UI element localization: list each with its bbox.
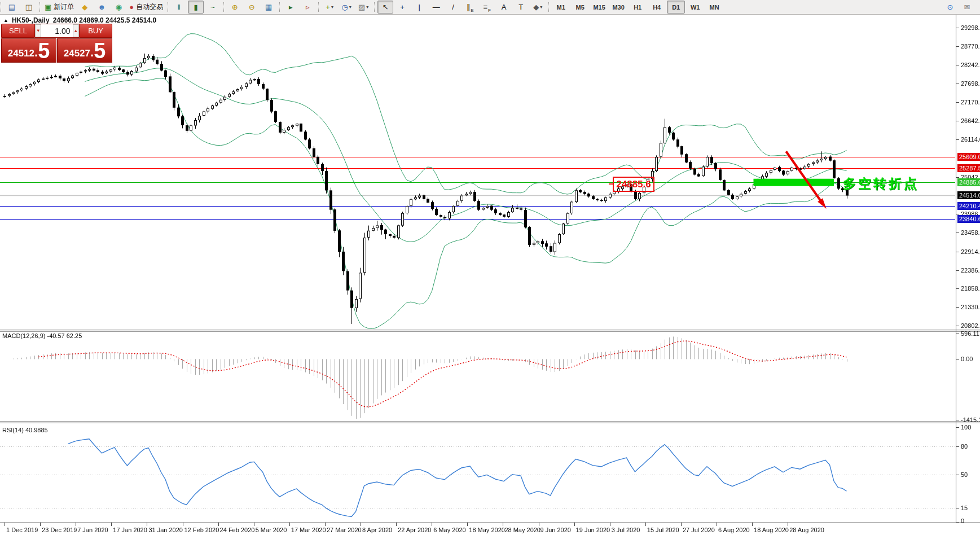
price-tick-label: 22914.0	[961, 248, 980, 255]
text-label-button[interactable]: T	[513, 1, 529, 14]
indicators-button[interactable]: +▾	[322, 1, 337, 14]
search-button[interactable]: ⊙	[942, 1, 958, 14]
rsi-tick-label: 100	[961, 424, 971, 431]
periods-button[interactable]: ◷▾	[339, 1, 354, 14]
cursor-icon: ↖	[383, 3, 389, 11]
search-icon: ⊙	[947, 3, 953, 11]
macd-tick-label: 0.00	[961, 356, 973, 362]
volume-down-button[interactable]: ▼	[35, 24, 41, 37]
timeframe-m1-button[interactable]: M1	[552, 1, 570, 14]
channel-button[interactable]: ∥E	[462, 1, 478, 14]
macd-tick-label: 596.11	[961, 330, 979, 337]
date-tick-label: 28 Aug 2020	[789, 527, 824, 533]
buy-price-display[interactable]: 24527.5	[57, 38, 112, 63]
timeframe-m15-button[interactable]: M15	[590, 1, 608, 14]
horizontal-line-button[interactable]: —	[428, 1, 444, 14]
sell-price-main: 24512	[8, 46, 34, 61]
templates-button[interactable]: ▨▾	[355, 1, 371, 14]
new-order-button[interactable]: ▣新订单	[43, 1, 76, 14]
bar-chart-icon: ‖	[177, 3, 180, 11]
profiles-button[interactable]: ◫	[21, 1, 37, 14]
text-label-icon: T	[518, 3, 523, 11]
timeframe-mn-button[interactable]: MN	[705, 1, 723, 14]
bar-chart-button[interactable]: ‖	[171, 1, 187, 14]
zoom-out-button[interactable]: ⊖	[244, 1, 260, 14]
date-tick-label: 22 Apr 2020	[398, 527, 431, 533]
new-order-button-label: 新订单	[54, 2, 74, 12]
auto-scroll-button[interactable]: ▸	[283, 1, 298, 14]
buy-button[interactable]: BUY	[79, 24, 112, 38]
timeframe-h1-button[interactable]: H1	[629, 1, 647, 14]
turning-point-annotation[interactable]: 多空转折点	[843, 175, 919, 192]
macd-tick-label: -1415.19	[961, 416, 980, 423]
sell-button[interactable]: SELL	[1, 24, 35, 38]
timeframe-d1-button[interactable]: D1	[667, 1, 685, 14]
date-tick-label: 17 Jan 2020	[113, 527, 147, 533]
signals-button[interactable]: ◉	[111, 1, 126, 14]
date-tick-label: 3 Jul 2020	[612, 527, 640, 533]
price-tick-label: 20802.0	[961, 322, 980, 329]
chart-canvas[interactable]	[0, 0, 980, 535]
chevron-down-icon: ▾	[366, 5, 368, 10]
crosshair-icon: +	[400, 3, 405, 11]
toolbar-right: ⊙✉	[942, 1, 980, 14]
fibonacci-button[interactable]: ≡F	[479, 1, 495, 14]
chevron-down-icon: ▾	[540, 5, 542, 10]
tile-windows-button[interactable]: ▦	[261, 1, 276, 14]
price-tick-label: 21858.0	[961, 285, 980, 292]
template-icon: ▨	[358, 3, 365, 11]
sell-price-display[interactable]: 24512.5	[1, 38, 56, 63]
zoom-out-icon: ⊖	[249, 3, 255, 11]
price-tick-label: 29298.0	[961, 24, 980, 31]
line-chart-button[interactable]: ~	[205, 1, 221, 14]
collapse-panel-icon[interactable]: ▲	[3, 17, 8, 23]
cursor-button[interactable]: ↖	[377, 1, 393, 14]
date-tick-label: 24 Feb 2020	[220, 527, 255, 533]
market-watch-button[interactable]: ◆	[77, 1, 93, 14]
signal-icon: ◉	[116, 3, 122, 11]
date-tick-label: 15 Jul 2020	[647, 527, 679, 533]
crosshair-button[interactable]: +	[394, 1, 410, 14]
trendline-button[interactable]: /	[445, 1, 461, 14]
rsi-tick-label: 80	[961, 443, 968, 450]
candlestick-button[interactable]: ▮	[188, 1, 204, 14]
zoom-in-icon: ⊕	[232, 3, 238, 11]
fibonacci-icon: ≡	[483, 3, 487, 11]
clock-icon: ◷	[341, 3, 348, 11]
price-reference-box[interactable]: 24885.6	[613, 177, 654, 192]
zoom-in-button[interactable]: ⊕	[227, 1, 243, 14]
chat-icon: ✉	[964, 3, 970, 11]
autotrading-button-label: 自动交易	[136, 2, 163, 12]
chart-shift-button[interactable]: ▹	[300, 1, 315, 14]
price-level-label: 24885.6	[957, 178, 980, 186]
fibonacci-button-sub: F	[488, 8, 491, 13]
price-level-label: 25287.5	[957, 164, 980, 172]
trendline-icon: /	[452, 3, 454, 11]
price-tick-label: 27170.0	[961, 99, 980, 106]
toolbar-group-zoom: ⊕⊖▦	[223, 0, 279, 14]
arrows-button[interactable]: ◆▾	[530, 1, 546, 14]
volume-up-button[interactable]: ▲	[73, 24, 79, 37]
channel-icon: ∥	[467, 3, 471, 11]
date-tick-label: 28 May 2020	[504, 527, 540, 533]
timeframe-w1-button[interactable]: W1	[686, 1, 704, 14]
timeframe-m5-button[interactable]: M5	[571, 1, 589, 14]
new-chart-button[interactable]: ▤	[4, 1, 20, 14]
person-icon: ☻	[98, 3, 106, 11]
symbol-title: ▲ HK50-,Daily 24666.0 24869.0 24425.5 24…	[3, 16, 156, 24]
autotrading-button[interactable]: ●自动交易	[128, 1, 165, 14]
date-tick-label: 19 Jun 2020	[576, 527, 610, 533]
timeframe-h4-button[interactable]: H4	[648, 1, 666, 14]
chat-button[interactable]: ✉	[959, 1, 975, 14]
price-tick-label: 21330.0	[961, 304, 980, 310]
timeframe-m30-button[interactable]: M30	[609, 1, 627, 14]
text-button[interactable]: A	[496, 1, 512, 14]
vertical-line-button[interactable]: |	[411, 1, 427, 14]
price-tick-label: 27698.0	[961, 80, 980, 87]
rsi-tick-label: 0	[961, 518, 964, 524]
symbol-ohlc: 24666.0 24869.0 24425.5 24514.0	[53, 16, 157, 24]
volume-input[interactable]	[41, 24, 72, 37]
new-chart-icon: ▤	[8, 3, 15, 11]
toolbox-button[interactable]: ☻	[94, 1, 109, 14]
toolbar-group-files: ▤◫	[0, 0, 39, 14]
